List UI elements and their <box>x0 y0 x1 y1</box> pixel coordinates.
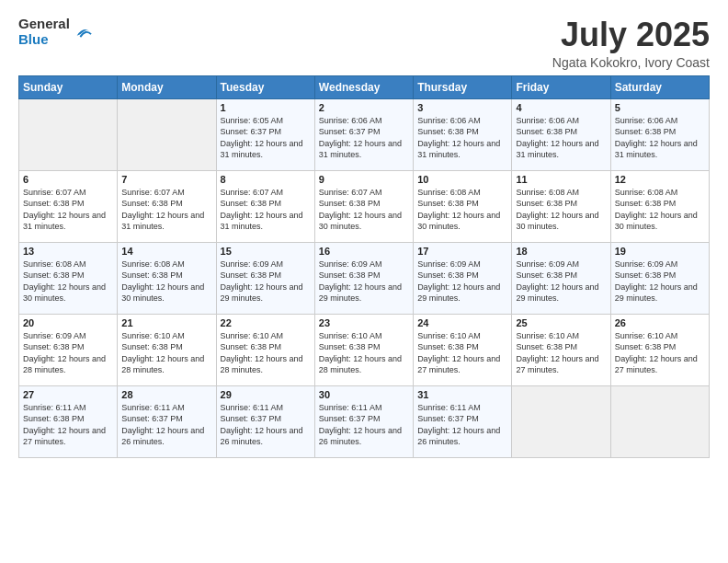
calendar-cell: 10Sunrise: 6:08 AMSunset: 6:38 PMDayligh… <box>414 170 512 242</box>
day-info: Sunrise: 6:11 AMSunset: 6:37 PMDaylight:… <box>121 402 211 448</box>
day-info: Sunrise: 6:06 AMSunset: 6:38 PMDaylight:… <box>615 115 705 161</box>
calendar-cell: 21Sunrise: 6:10 AMSunset: 6:38 PMDayligh… <box>118 314 216 385</box>
calendar-cell: 31Sunrise: 6:11 AMSunset: 6:37 PMDayligh… <box>414 385 512 457</box>
day-number: 3 <box>417 102 507 113</box>
calendar-week-row: 6Sunrise: 6:07 AMSunset: 6:38 PMDaylight… <box>19 170 710 242</box>
day-number: 7 <box>121 174 211 185</box>
logo-general: General <box>18 17 70 32</box>
day-info: Sunrise: 6:09 AMSunset: 6:38 PMDaylight:… <box>516 259 606 304</box>
day-number: 26 <box>615 317 705 328</box>
calendar-cell: 5Sunrise: 6:06 AMSunset: 6:38 PMDaylight… <box>610 98 709 170</box>
calendar-cell: 8Sunrise: 6:07 AMSunset: 6:38 PMDaylight… <box>216 170 314 242</box>
day-info: Sunrise: 6:10 AMSunset: 6:38 PMDaylight:… <box>221 330 311 376</box>
day-number: 20 <box>23 317 113 328</box>
day-number: 4 <box>516 102 606 113</box>
calendar-cell: 13Sunrise: 6:08 AMSunset: 6:38 PMDayligh… <box>19 242 118 314</box>
day-number: 1 <box>221 102 311 113</box>
calendar-cell: 12Sunrise: 6:08 AMSunset: 6:38 PMDayligh… <box>610 170 709 242</box>
day-info: Sunrise: 6:08 AMSunset: 6:38 PMDaylight:… <box>23 259 113 304</box>
calendar-day-header: Friday <box>512 75 610 98</box>
day-info: Sunrise: 6:08 AMSunset: 6:38 PMDaylight:… <box>615 187 705 233</box>
calendar-week-row: 1Sunrise: 6:05 AMSunset: 6:37 PMDaylight… <box>19 98 710 170</box>
calendar-cell: 19Sunrise: 6:09 AMSunset: 6:38 PMDayligh… <box>610 242 709 314</box>
day-info: Sunrise: 6:09 AMSunset: 6:38 PMDaylight:… <box>417 259 507 304</box>
day-info: Sunrise: 6:06 AMSunset: 6:38 PMDaylight:… <box>417 115 507 161</box>
day-number: 2 <box>319 102 409 113</box>
calendar-cell: 14Sunrise: 6:08 AMSunset: 6:38 PMDayligh… <box>118 242 216 314</box>
calendar-cell: 7Sunrise: 6:07 AMSunset: 6:38 PMDaylight… <box>118 170 216 242</box>
day-info: Sunrise: 6:08 AMSunset: 6:38 PMDaylight:… <box>417 187 507 233</box>
calendar-cell: 2Sunrise: 6:06 AMSunset: 6:37 PMDaylight… <box>314 98 413 170</box>
day-info: Sunrise: 6:07 AMSunset: 6:38 PMDaylight:… <box>221 187 311 233</box>
day-number: 28 <box>121 389 211 400</box>
day-info: Sunrise: 6:09 AMSunset: 6:38 PMDaylight:… <box>23 330 113 376</box>
calendar-day-header: Monday <box>118 75 216 98</box>
calendar-cell <box>118 98 216 170</box>
calendar-cell: 24Sunrise: 6:10 AMSunset: 6:38 PMDayligh… <box>414 314 512 385</box>
day-info: Sunrise: 6:11 AMSunset: 6:37 PMDaylight:… <box>221 402 311 448</box>
calendar-week-row: 13Sunrise: 6:08 AMSunset: 6:38 PMDayligh… <box>19 242 710 314</box>
day-info: Sunrise: 6:06 AMSunset: 6:37 PMDaylight:… <box>319 115 409 161</box>
day-number: 15 <box>221 246 311 257</box>
calendar-cell: 23Sunrise: 6:10 AMSunset: 6:38 PMDayligh… <box>314 314 413 385</box>
day-number: 8 <box>221 174 311 185</box>
day-info: Sunrise: 6:08 AMSunset: 6:38 PMDaylight:… <box>516 187 606 233</box>
day-number: 16 <box>319 246 409 257</box>
calendar-cell: 11Sunrise: 6:08 AMSunset: 6:38 PMDayligh… <box>512 170 610 242</box>
day-number: 13 <box>23 246 113 257</box>
day-number: 17 <box>417 246 507 257</box>
logo-text: General Blue <box>18 17 70 47</box>
calendar-cell: 20Sunrise: 6:09 AMSunset: 6:38 PMDayligh… <box>19 314 118 385</box>
calendar-cell: 4Sunrise: 6:06 AMSunset: 6:38 PMDaylight… <box>512 98 610 170</box>
calendar-cell: 9Sunrise: 6:07 AMSunset: 6:38 PMDaylight… <box>314 170 413 242</box>
day-number: 21 <box>121 317 211 328</box>
day-info: Sunrise: 6:07 AMSunset: 6:38 PMDaylight:… <box>23 187 113 233</box>
day-number: 25 <box>516 317 606 328</box>
day-info: Sunrise: 6:10 AMSunset: 6:38 PMDaylight:… <box>319 330 409 376</box>
logo: General Blue <box>18 17 94 47</box>
calendar-cell: 27Sunrise: 6:11 AMSunset: 6:38 PMDayligh… <box>19 385 118 457</box>
day-info: Sunrise: 6:11 AMSunset: 6:37 PMDaylight:… <box>319 402 409 448</box>
logo-blue: Blue <box>18 32 70 48</box>
day-number: 30 <box>319 389 409 400</box>
day-number: 12 <box>615 174 705 185</box>
day-info: Sunrise: 6:10 AMSunset: 6:38 PMDaylight:… <box>516 330 606 376</box>
calendar-day-header: Tuesday <box>216 75 314 98</box>
calendar-cell: 18Sunrise: 6:09 AMSunset: 6:38 PMDayligh… <box>512 242 610 314</box>
subtitle: Ngata Kokokro, Ivory Coast <box>552 55 710 70</box>
calendar-cell: 3Sunrise: 6:06 AMSunset: 6:38 PMDaylight… <box>414 98 512 170</box>
calendar-cell: 26Sunrise: 6:10 AMSunset: 6:38 PMDayligh… <box>610 314 709 385</box>
day-info: Sunrise: 6:09 AMSunset: 6:38 PMDaylight:… <box>221 259 311 304</box>
calendar-cell: 17Sunrise: 6:09 AMSunset: 6:38 PMDayligh… <box>414 242 512 314</box>
calendar-day-header: Wednesday <box>314 75 413 98</box>
page: General Blue July 2025 Ngata Kokokro, Iv… <box>0 0 728 563</box>
calendar-cell <box>610 385 709 457</box>
day-number: 23 <box>319 317 409 328</box>
day-info: Sunrise: 6:07 AMSunset: 6:38 PMDaylight:… <box>319 187 409 233</box>
calendar-cell: 30Sunrise: 6:11 AMSunset: 6:37 PMDayligh… <box>314 385 413 457</box>
calendar-cell: 29Sunrise: 6:11 AMSunset: 6:37 PMDayligh… <box>216 385 314 457</box>
calendar-cell: 15Sunrise: 6:09 AMSunset: 6:38 PMDayligh… <box>216 242 314 314</box>
calendar-day-header: Saturday <box>610 75 709 98</box>
day-number: 5 <box>615 102 705 113</box>
day-info: Sunrise: 6:11 AMSunset: 6:38 PMDaylight:… <box>23 402 113 448</box>
day-number: 27 <box>23 389 113 400</box>
calendar-week-row: 20Sunrise: 6:09 AMSunset: 6:38 PMDayligh… <box>19 314 710 385</box>
day-number: 31 <box>417 389 507 400</box>
day-info: Sunrise: 6:10 AMSunset: 6:38 PMDaylight:… <box>121 330 211 376</box>
calendar-day-header: Thursday <box>414 75 512 98</box>
day-info: Sunrise: 6:09 AMSunset: 6:38 PMDaylight:… <box>319 259 409 304</box>
day-info: Sunrise: 6:09 AMSunset: 6:38 PMDaylight:… <box>615 259 705 304</box>
day-number: 6 <box>23 174 113 185</box>
title-block: July 2025 Ngata Kokokro, Ivory Coast <box>552 17 710 70</box>
calendar-cell: 6Sunrise: 6:07 AMSunset: 6:38 PMDaylight… <box>19 170 118 242</box>
day-number: 9 <box>319 174 409 185</box>
main-title: July 2025 <box>552 17 710 53</box>
logo-icon <box>74 22 94 42</box>
day-info: Sunrise: 6:05 AMSunset: 6:37 PMDaylight:… <box>221 115 311 161</box>
day-info: Sunrise: 6:10 AMSunset: 6:38 PMDaylight:… <box>417 330 507 376</box>
calendar-header-row: SundayMondayTuesdayWednesdayThursdayFrid… <box>19 75 710 98</box>
day-info: Sunrise: 6:08 AMSunset: 6:38 PMDaylight:… <box>121 259 211 304</box>
day-number: 10 <box>417 174 507 185</box>
calendar-cell: 25Sunrise: 6:10 AMSunset: 6:38 PMDayligh… <box>512 314 610 385</box>
